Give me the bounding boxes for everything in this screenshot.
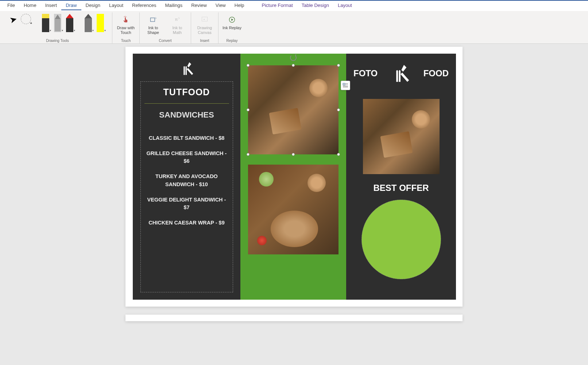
food-image-3[interactable]	[363, 99, 440, 174]
ink-math-icon: π	[173, 15, 182, 24]
layout-options-button[interactable]	[341, 81, 350, 90]
ink-to-math-button: π Ink to Math	[167, 14, 188, 39]
food-image-2[interactable]	[248, 165, 339, 254]
resize-handle[interactable]	[292, 153, 295, 156]
menu-item[interactable]: VEGGIE DELIGHT SANDWICH - $7	[144, 196, 229, 212]
menu-item[interactable]: CHICKEN CAESAR WRAP - $9	[144, 219, 229, 227]
ink-replay-button[interactable]: Ink Replay	[221, 14, 243, 39]
page-2-top[interactable]	[125, 315, 463, 321]
svg-rect-0	[151, 18, 155, 22]
resize-handle[interactable]	[337, 64, 340, 67]
ribbon-content: ➤ ▾ ▾ ▾	[0, 11, 588, 44]
tab-draw[interactable]: Draw	[61, 1, 81, 10]
group-insert-label: Insert	[200, 39, 209, 43]
group-replay-label: Replay	[226, 39, 237, 43]
brochure-middle-panel[interactable]	[240, 54, 346, 300]
offer-circle[interactable]	[361, 200, 441, 279]
ink-to-shape-button[interactable]: Ink to Shape	[143, 14, 164, 39]
resize-handle[interactable]	[247, 64, 249, 67]
pen-dark[interactable]	[85, 14, 92, 32]
pen-gray[interactable]	[54, 14, 61, 32]
fork-knife-icon	[179, 61, 194, 76]
document-workspace[interactable]: TUTFOOD SANDWICHES CLASSIC BLT SANDWICH …	[0, 44, 588, 365]
resize-handle[interactable]	[337, 153, 340, 156]
lasso-tool[interactable]	[21, 14, 31, 24]
draw-with-touch-button[interactable]: Draw with Touch	[115, 14, 136, 39]
menu-title[interactable]: TUTFOOD	[144, 87, 229, 97]
resize-handle[interactable]	[247, 108, 249, 111]
group-convert-label: Convert	[159, 39, 171, 43]
group-touch-label: Touch	[121, 39, 131, 43]
pen-red[interactable]	[66, 14, 73, 32]
menu-item[interactable]: TURKEY AND AVOCADO SANDWICH - $10	[144, 173, 229, 189]
resize-handle[interactable]	[292, 64, 295, 67]
menu-item[interactable]: CLASSIC BLT SANDWICH - $8	[144, 134, 229, 142]
tab-table-design[interactable]: Table Design	[297, 1, 333, 10]
canvas-label: Drawing Canvas	[195, 26, 214, 35]
replay-icon	[228, 15, 236, 24]
tab-mailings[interactable]: Mailings	[161, 1, 187, 10]
tab-review[interactable]: Review	[187, 1, 211, 10]
tab-help[interactable]: Help	[230, 1, 249, 10]
food-image-1[interactable]	[248, 65, 339, 154]
menu-subtitle[interactable]: SANDWICHES	[144, 110, 229, 120]
rotate-handle[interactable]	[290, 54, 297, 61]
layout-options-icon	[343, 83, 348, 88]
tab-insert[interactable]: Insert	[41, 1, 62, 10]
foto-label[interactable]: FOTO	[353, 68, 378, 78]
tab-picture-format[interactable]: Picture Format	[258, 1, 297, 10]
draw-touch-label: Draw with Touch	[116, 26, 136, 35]
selected-picture[interactable]	[248, 65, 339, 154]
tab-design[interactable]: Design	[81, 1, 105, 10]
touch-icon	[121, 15, 130, 24]
fork-knife-icon	[390, 63, 411, 84]
ink-math-label: Ink to Math	[167, 26, 187, 35]
brochure-right-panel[interactable]: FOTO FOOD BEST OFFER	[346, 54, 456, 300]
ink-shape-label: Ink to Shape	[143, 26, 163, 35]
ribbon-tabs: File Home Insert Draw Design Layout Refe…	[0, 1, 588, 11]
resize-handle[interactable]	[247, 153, 249, 156]
tab-layout-2[interactable]: Layout	[333, 1, 356, 10]
tab-file[interactable]: File	[3, 1, 19, 10]
svg-text:+: +	[204, 18, 205, 21]
pen-yellow-thin[interactable]	[42, 14, 49, 32]
select-tool[interactable]: ➤	[9, 14, 18, 26]
highlighter-yellow[interactable]	[97, 14, 104, 32]
group-drawing-tools-label: Drawing Tools	[46, 39, 69, 43]
svg-text:π: π	[175, 17, 178, 22]
brochure-left-panel[interactable]: TUTFOOD SANDWICHES CLASSIC BLT SANDWICH …	[133, 54, 240, 300]
food-label[interactable]: FOOD	[423, 68, 449, 78]
drawing-canvas-button: + Drawing Canvas	[194, 14, 215, 39]
page-1[interactable]: TUTFOOD SANDWICHES CLASSIC BLT SANDWICH …	[125, 47, 463, 307]
replay-label: Ink Replay	[223, 26, 241, 30]
canvas-icon: +	[200, 15, 209, 24]
ink-shape-icon	[149, 15, 158, 24]
tab-layout[interactable]: Layout	[105, 1, 128, 10]
tab-home[interactable]: Home	[19, 1, 41, 10]
tab-references[interactable]: References	[128, 1, 160, 10]
tab-view[interactable]: View	[211, 1, 230, 10]
menu-item[interactable]: GRILLED CHEESE SANDWICH - $6	[144, 150, 229, 166]
brochure-layout: TUTFOOD SANDWICHES CLASSIC BLT SANDWICH …	[133, 54, 456, 300]
resize-handle[interactable]	[337, 108, 340, 111]
best-offer-label[interactable]: BEST OFFER	[373, 183, 429, 193]
menu-box[interactable]: TUTFOOD SANDWICHES CLASSIC BLT SANDWICH …	[140, 81, 233, 292]
menu-divider	[144, 103, 229, 104]
